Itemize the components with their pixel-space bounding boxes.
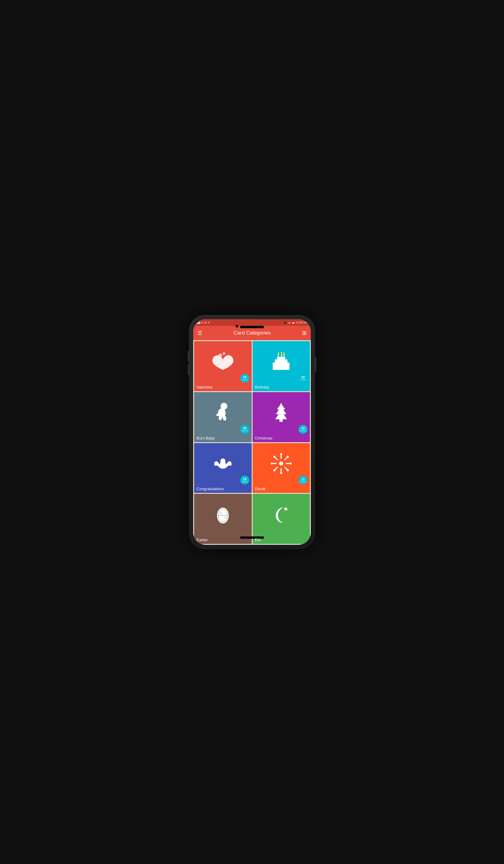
card-count-badge: 10 CARDS — [240, 476, 249, 484]
volume-down-button[interactable] — [188, 364, 189, 375]
category-label: Congratulations — [194, 485, 252, 493]
category-label: Born Baby — [194, 434, 252, 442]
category-card-christmas[interactable]: 10 CARDS Christmas — [253, 392, 310, 442]
screen-content: M ⊞ ✉ 📱 ▲ ▬ 11:55 AM ☰ Card Categories ⊞ — [193, 319, 311, 545]
clock: 11:55 AM — [296, 321, 307, 324]
card-count-badge: 10 CARDS — [240, 425, 249, 434]
svg-point-34 — [287, 469, 289, 471]
category-card-easter[interactable]: Easter — [194, 494, 252, 544]
svg-point-41 — [224, 517, 226, 518]
svg-point-30 — [280, 472, 282, 474]
status-bar: M ⊞ ✉ 📱 ▲ ▬ 11:55 AM — [193, 319, 311, 326]
category-label: Valentine — [194, 383, 252, 391]
svg-marker-18 — [280, 403, 282, 405]
svg-point-31 — [271, 462, 273, 464]
svg-point-36 — [273, 469, 275, 471]
svg-rect-4 — [277, 357, 285, 360]
phone-screen: M ⊞ ✉ 📱 ▲ ▬ 11:55 AM ☰ Card Categories ⊞ — [193, 319, 311, 545]
crescent-icon — [253, 494, 310, 535]
svg-rect-17 — [280, 419, 283, 422]
category-label: Birthday — [253, 383, 310, 391]
category-label: Christmas — [253, 434, 310, 442]
category-card-valentine[interactable]: 10 CARDS Valentine — [194, 341, 252, 391]
egg-icon — [194, 494, 252, 535]
volume-up-button[interactable] — [188, 351, 189, 361]
svg-point-40 — [219, 512, 222, 514]
category-card-congratulations[interactable]: 10 CARDS Congratulations — [194, 443, 252, 493]
svg-point-9 — [281, 352, 282, 354]
svg-rect-2 — [273, 363, 289, 370]
notification-icon: ✉ — [208, 321, 210, 324]
svg-marker-16 — [275, 404, 287, 419]
svg-point-20 — [279, 461, 283, 466]
category-label: Easter — [194, 536, 252, 544]
battery-icon: ▬ — [292, 321, 295, 324]
svg-marker-42 — [284, 506, 288, 511]
app-title: Card Categories — [234, 330, 271, 336]
signal-icon — [197, 321, 200, 324]
category-card-eid[interactable]: Eid — [253, 494, 310, 544]
menu-button[interactable]: ☰ — [197, 330, 202, 336]
wifi-icon: ▲ — [288, 321, 291, 324]
view-toggle-button[interactable]: ⊞ — [302, 330, 307, 336]
category-label: Diwali — [253, 485, 310, 493]
phone-icon: 📱 — [284, 321, 287, 324]
card-count-badge: 10 CARDS — [299, 374, 308, 383]
svg-point-0 — [219, 354, 222, 357]
status-right-info: 📱 ▲ ▬ 11:55 AM — [284, 321, 307, 324]
phone-frame: M ⊞ ✉ 📱 ▲ ▬ 11:55 AM ☰ Card Categories ⊞ — [189, 315, 315, 549]
svg-point-19 — [220, 458, 225, 464]
svg-point-8 — [278, 352, 279, 354]
svg-point-29 — [280, 453, 282, 455]
image-icon: ⊞ — [205, 321, 207, 324]
svg-point-32 — [289, 462, 291, 464]
category-card-diwali[interactable]: 11 CARDS Diwali — [253, 443, 310, 493]
camera — [236, 325, 239, 328]
gmail-icon: M — [201, 321, 203, 324]
category-card-birthday[interactable]: 10 CARDS Birthday — [253, 341, 310, 391]
status-left-icons: M ⊞ ✉ — [197, 321, 210, 324]
category-label: Eid — [253, 536, 310, 544]
svg-point-35 — [287, 456, 289, 458]
power-button[interactable] — [315, 357, 316, 372]
categories-grid: 10 CARDS Valentine 10 CARDS Birthday — [193, 340, 311, 545]
svg-point-1 — [223, 352, 225, 355]
card-count-badge: 10 CARDS — [240, 374, 249, 383]
svg-point-33 — [273, 456, 275, 458]
svg-point-10 — [284, 352, 285, 354]
card-count-badge: 10 CARDS — [299, 425, 308, 434]
category-card-born-baby[interactable]: 10 CARDS Born Baby — [194, 392, 252, 442]
speaker-top — [240, 326, 264, 328]
